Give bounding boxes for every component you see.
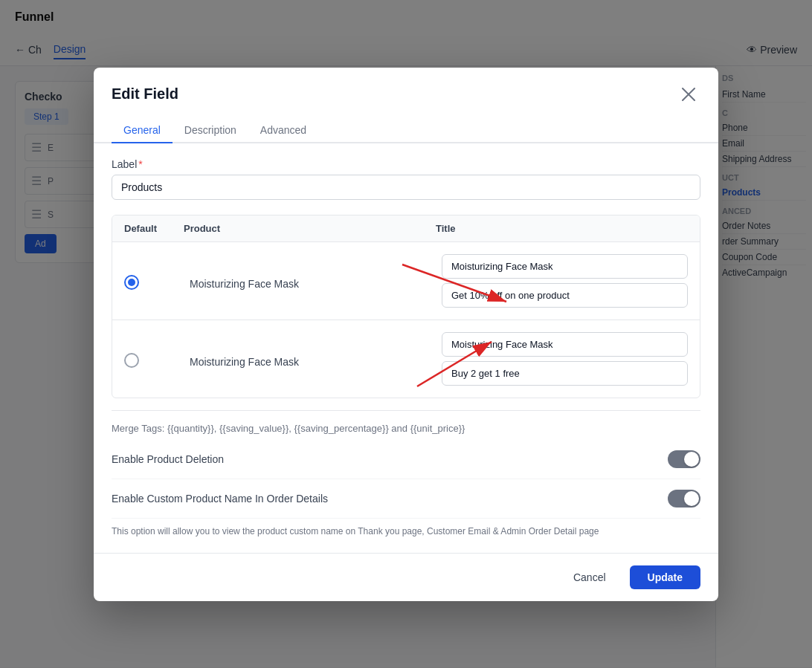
toggle-2[interactable] (668, 490, 700, 508)
info-text: This option will allow you to view the p… (112, 525, 700, 538)
modal-title: Edit Field (112, 85, 178, 103)
tab-description[interactable]: Description (173, 118, 248, 143)
toggle-knob-2 (684, 491, 699, 506)
title-col-2 (442, 332, 688, 386)
toggle-knob-1 (684, 452, 699, 467)
title-input-1[interactable] (442, 254, 688, 279)
toggle-label-2: Enable Custom Product Name In Order Deta… (112, 493, 328, 505)
toggle-row-1: Enable Product Deletion (112, 440, 700, 479)
subtitle-input-1[interactable] (442, 283, 688, 308)
update-button[interactable]: Update (630, 565, 700, 589)
modal-body: Label* Default Product Title (94, 143, 718, 553)
merge-tags-section: Merge Tags: {{quantity}}, {{saving_value… (112, 410, 700, 434)
radio-col-1 (124, 272, 184, 290)
product-name-1: Moisturizing Face Mask (190, 272, 436, 290)
close-icon (682, 88, 695, 101)
modal-header: Edit Field (94, 68, 718, 106)
modal-tabs: General Description Advanced (94, 118, 718, 143)
radio-button-2[interactable] (124, 353, 139, 368)
radio-button-1[interactable] (124, 275, 139, 290)
tab-advanced[interactable]: Advanced (248, 118, 318, 143)
product-name-2: Moisturizing Face Mask (190, 350, 436, 368)
products-table: Default Product Title Moisturizing Face … (112, 215, 700, 398)
radio-inner-1 (128, 279, 135, 286)
label-input[interactable] (112, 175, 700, 200)
tab-general[interactable]: General (112, 118, 173, 143)
toggle-1[interactable] (668, 450, 700, 468)
label-field-container: Label* (112, 158, 700, 200)
cancel-button[interactable]: Cancel (558, 565, 621, 589)
col-default: Default (124, 223, 184, 234)
product-row-1: Moisturizing Face Mask (112, 242, 700, 320)
edit-field-modal: Edit Field General Description Advanced … (94, 68, 718, 601)
col-title: Title (436, 223, 688, 234)
title-col-1 (442, 254, 688, 308)
toggle-row-2: Enable Custom Product Name In Order Deta… (112, 479, 700, 519)
subtitle-input-2[interactable] (442, 361, 688, 386)
product-row-2: Moisturizing Face Mask (112, 320, 700, 398)
label-field-label: Label* (112, 158, 700, 170)
toggle-label-1: Enable Product Deletion (112, 453, 224, 465)
radio-col-2 (124, 350, 184, 368)
required-indicator: * (138, 158, 142, 170)
table-header: Default Product Title (112, 215, 700, 242)
title-input-2[interactable] (442, 332, 688, 357)
col-product: Product (184, 223, 436, 234)
close-button[interactable] (677, 82, 700, 106)
modal-overlay: Edit Field General Description Advanced … (0, 0, 812, 668)
modal-footer: Cancel Update (94, 553, 718, 601)
